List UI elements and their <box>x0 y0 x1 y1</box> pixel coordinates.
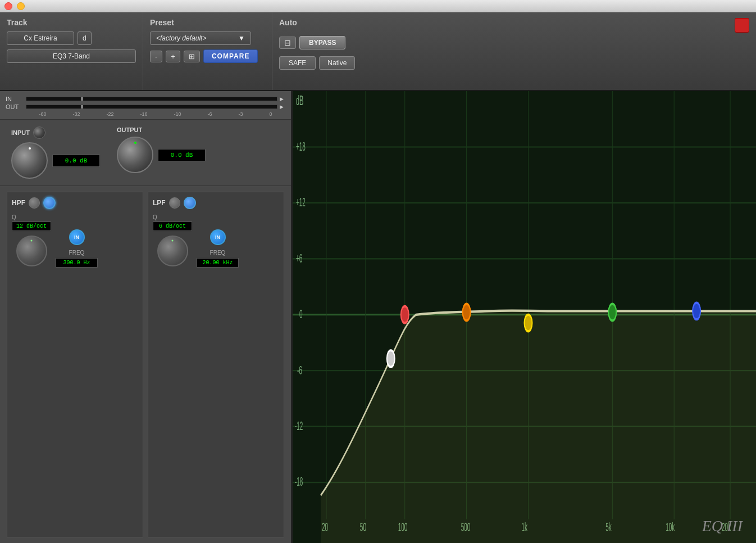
in-meter-label: IN <box>6 96 24 102</box>
out-meter-bar <box>26 105 277 109</box>
preset-arrow: ▼ <box>238 34 245 42</box>
hpf-freq-label: FREQ <box>69 250 85 256</box>
title-bar <box>0 0 756 12</box>
auto-section: Auto ⊟ BYPASS SAFE Native <box>272 12 362 90</box>
input-knob-dot <box>29 147 31 150</box>
scale-6: -6 <box>207 111 212 117</box>
lpf-freq-value[interactable]: 20.00 kHz <box>197 258 239 268</box>
svg-point-33 <box>463 304 471 321</box>
eq-svg: dB +18 +12 +6 0 -6 -12 -18 20 50 100 500… <box>293 91 756 543</box>
svg-point-37 <box>387 350 395 367</box>
input-value-display[interactable]: 0.0 dB <box>52 155 100 167</box>
eq-name-row: EQ3 7-Band <box>7 49 136 63</box>
header-bar: Track Cx Estreira d EQ3 7-Band Preset <f… <box>0 12 756 91</box>
plugin-area: IN ▶ OUT ▶ -60 -32 -22 -16 -10 -6 <box>0 91 756 543</box>
out-meter-row: OUT ▶ <box>6 103 285 110</box>
eq-display: dB +18 +12 +6 0 -6 -12 -18 20 50 100 500… <box>292 91 756 543</box>
track-name-row: Cx Estreira d <box>7 31 136 45</box>
in-meter-row: IN ▶ <box>6 96 285 102</box>
track-name[interactable]: Cx Estreira <box>7 31 74 45</box>
hpf-in-button[interactable]: IN <box>69 229 85 245</box>
svg-point-36 <box>693 303 700 320</box>
svg-text:dB: dB <box>296 94 303 108</box>
preset-minus-button[interactable]: - <box>150 51 162 62</box>
svg-text:+12: +12 <box>296 196 306 209</box>
meter-end2: ▶ <box>280 104 285 110</box>
output-value-display[interactable]: 0.0 dB <box>158 149 206 161</box>
auto-icon[interactable]: ⊟ <box>279 37 296 49</box>
hpf-freq-knob[interactable] <box>16 236 47 266</box>
meter-section: IN ▶ OUT ▶ -60 -32 -22 -16 -10 -6 <box>0 91 291 120</box>
svg-text:-18: -18 <box>295 475 303 488</box>
preset-copy-button[interactable]: ⊞ <box>184 51 200 62</box>
preset-value: <factory default> <box>156 34 206 42</box>
auto-controls-row: ⊟ BYPASS <box>279 36 355 49</box>
hpf-knob-dot <box>31 240 33 242</box>
output-knob[interactable] <box>117 137 153 173</box>
scale-16: -16 <box>140 111 147 117</box>
scale-22: -22 <box>106 111 113 117</box>
minimize-button[interactable] <box>17 2 25 10</box>
preset-label: Preset <box>150 18 265 27</box>
preset-dropdown-row: <factory default> ▼ <box>150 31 265 45</box>
lpf-header: LPF <box>153 197 279 209</box>
lpf-in-button[interactable]: IN <box>210 229 226 245</box>
output-label-row: OUTPUT <box>117 126 206 133</box>
input-knob-small[interactable] <box>33 126 45 139</box>
native-button: Native <box>319 56 355 70</box>
hpf-db-oct[interactable]: 12 dB/oct <box>12 221 51 231</box>
scale-10: -10 <box>174 111 181 117</box>
preset-plus-button[interactable]: + <box>166 51 180 62</box>
svg-point-32 <box>401 306 409 323</box>
hpf-freq-value[interactable]: 300.0 Hz <box>56 258 98 268</box>
track-d-button[interactable]: d <box>78 31 92 45</box>
svg-text:-12: -12 <box>295 419 303 433</box>
red-button-area <box>728 12 756 90</box>
hpf-controls: Q 12 dB/oct IN FREQ 300.0 Hz <box>12 212 138 268</box>
in-meter-bar <box>26 97 277 101</box>
scale-60: -60 <box>39 111 46 117</box>
lpf-toggle-down[interactable] <box>169 197 180 209</box>
compare-button[interactable]: COMPARE <box>203 49 258 63</box>
svg-text:0: 0 <box>299 307 303 321</box>
lpf-db-oct[interactable]: 6 dB/oct <box>153 221 192 231</box>
input-knob[interactable] <box>11 142 48 179</box>
filter-section: HPF Q 12 dB/oct IN FREQ 30 <box>0 186 291 543</box>
lpf-knob-dot <box>172 240 174 242</box>
svg-point-34 <box>525 315 532 332</box>
io-section: INPUT 0.0 dB OUTPUT <box>0 120 291 186</box>
hpf-right: IN FREQ 300.0 Hz <box>56 212 98 268</box>
hpf-toggle-down[interactable] <box>29 197 40 209</box>
scale-0: 0 <box>269 111 272 117</box>
bypass-button[interactable]: BYPASS <box>299 36 345 49</box>
preset-controls-row: - + ⊞ COMPARE <box>150 49 265 63</box>
left-panel: IN ▶ OUT ▶ -60 -32 -22 -16 -10 -6 <box>0 91 292 543</box>
lpf-left: Q 6 dB/oct <box>153 214 192 266</box>
preset-section: Preset <factory default> ▼ - + ⊞ COMPARE <box>143 12 272 90</box>
hpf-toggle-active[interactable] <box>43 197 56 209</box>
output-label: OUTPUT <box>117 126 142 133</box>
output-control: OUTPUT 0.0 dB <box>117 126 206 179</box>
red-square-button[interactable] <box>735 18 749 33</box>
input-knob-row: 0.0 dB <box>11 142 100 179</box>
close-button[interactable] <box>4 2 12 10</box>
hpf-label: HPF <box>12 199 25 207</box>
output-knob-row: 0.0 dB <box>117 137 206 173</box>
track-section: Track Cx Estreira d EQ3 7-Band <box>0 12 143 90</box>
lpf-freq-knob[interactable] <box>157 236 188 266</box>
hpf-q-label: Q <box>12 214 51 220</box>
input-label: INPUT <box>11 129 30 136</box>
lpf-toggle-active[interactable] <box>184 197 196 209</box>
hpf-header: HPF <box>12 197 138 209</box>
hpf-left: Q 12 dB/oct <box>12 214 51 266</box>
lpf-q-label: Q <box>153 214 192 220</box>
eq-name: EQ3 7-Band <box>7 49 136 63</box>
in-meter-indicator <box>81 97 83 101</box>
track-label: Track <box>7 18 136 27</box>
preset-dropdown[interactable]: <factory default> ▼ <box>150 31 251 45</box>
out-meter-label: OUT <box>6 103 24 110</box>
safe-button[interactable]: SAFE <box>279 56 316 70</box>
svg-text:+6: +6 <box>296 251 302 265</box>
auto-label: Auto <box>279 18 355 27</box>
svg-point-35 <box>608 304 616 321</box>
